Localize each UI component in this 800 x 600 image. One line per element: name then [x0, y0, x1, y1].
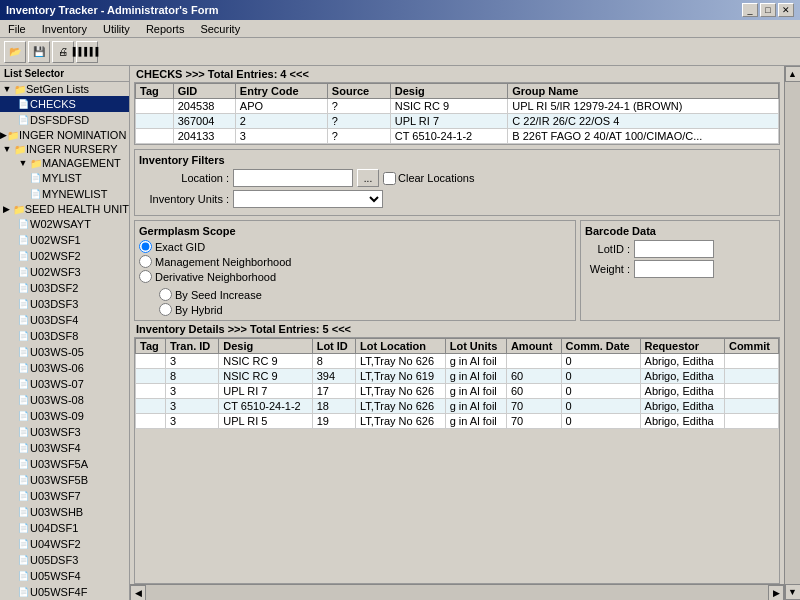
- cell-tran-id: 3: [165, 399, 218, 414]
- close-button[interactable]: ✕: [778, 3, 794, 17]
- clear-locations-label: Clear Locations: [398, 172, 474, 184]
- leaf-icon: 📄: [16, 377, 30, 391]
- detail-col-desig: Desig: [219, 339, 312, 354]
- minimize-button[interactable]: _: [742, 3, 758, 17]
- sidebar-item-u04wsf2[interactable]: 📄U04WSF2: [0, 536, 129, 552]
- sidebar-item-u03wshb[interactable]: 📄U03WSHB: [0, 504, 129, 520]
- sidebar-item-inger-nom[interactable]: ▶ 📁 INGER NOMINATION LI...: [0, 128, 129, 142]
- weight-label: Weight :: [585, 263, 630, 275]
- sidebar-item-u03wsf3[interactable]: 📄U03WSF3: [0, 424, 129, 440]
- scroll-left-button[interactable]: ◀: [130, 585, 146, 601]
- cell-commit: [724, 384, 778, 399]
- sidebar-item-u02wsf2[interactable]: 📄U02WSF2: [0, 248, 129, 264]
- sidebar-item-w02wsayt[interactable]: 📄W02WSAYT: [0, 216, 129, 232]
- leaf-icon: 📄: [16, 393, 30, 407]
- scroll-right-button[interactable]: ▶: [768, 585, 784, 601]
- menu-inventory[interactable]: Inventory: [38, 22, 91, 36]
- sidebar-item-u03ws07[interactable]: 📄U03WS-07: [0, 376, 129, 392]
- sidebar-item-u03wsf5b[interactable]: 📄U03WSF5B: [0, 472, 129, 488]
- barcode-data-box: Barcode Data LotID : Weight :: [580, 220, 780, 321]
- sidebar-item-u05dsf3[interactable]: 📄U05DSF3: [0, 552, 129, 568]
- menu-file[interactable]: File: [4, 22, 30, 36]
- sidebar-item-label: INGER NURSERY: [26, 143, 117, 155]
- scroll-down-button[interactable]: ▼: [785, 584, 801, 600]
- main-container: List Selector ▼ 📁 SetGen Lists 📄 CHECKS …: [0, 66, 800, 600]
- sidebar-item-u05wsf4[interactable]: 📄U05WSF4: [0, 568, 129, 584]
- expand-icon: ▶: [0, 204, 13, 214]
- sidebar-item-u04dsf1[interactable]: 📄U04DSF1: [0, 520, 129, 536]
- cell-amount: 70: [506, 399, 561, 414]
- sidebar-item-management[interactable]: ▼ 📁 MANAGEMENT: [0, 156, 129, 170]
- cell-group-name: C 22/IR 26/C 22/OS 4: [508, 114, 779, 129]
- print-button[interactable]: 🖨: [52, 41, 74, 63]
- cell-commit: [724, 354, 778, 369]
- table-row[interactable]: 367004 2 ? UPL RI 7 C 22/IR 26/C 22/OS 4: [136, 114, 779, 129]
- location-input[interactable]: [233, 169, 353, 187]
- management-neighborhood-radio[interactable]: [139, 255, 152, 268]
- sidebar-item-inger-nursery[interactable]: ▼ 📁 INGER NURSERY: [0, 142, 129, 156]
- open-button[interactable]: 📂: [4, 41, 26, 63]
- by-seed-increase-radio[interactable]: [159, 288, 172, 301]
- cell-desig: UPL RI 5: [219, 414, 312, 429]
- sidebar-item-u02wsf1[interactable]: 📄U02WSF1: [0, 232, 129, 248]
- folder-icon: 📁: [7, 130, 19, 141]
- save-button[interactable]: 💾: [28, 41, 50, 63]
- cell-desig: CT 6510-24-1-2: [390, 129, 508, 144]
- inventory-units-select[interactable]: [233, 190, 383, 208]
- clear-locations-checkbox[interactable]: [383, 172, 396, 185]
- location-row: Location : ... Clear Locations: [139, 169, 775, 187]
- sidebar-item-seed-health[interactable]: ▶ 📁 SEED HEALTH UNIT: [0, 202, 129, 216]
- weight-input[interactable]: [634, 260, 714, 278]
- cell-lot-id: 17: [312, 384, 355, 399]
- sidebar-item-u03wsf5a[interactable]: 📄U03WSF5A: [0, 456, 129, 472]
- v-scrollbar-track[interactable]: [785, 82, 801, 584]
- table-row[interactable]: 204133 3 ? CT 6510-24-1-2 B 226T FAGO 2 …: [136, 129, 779, 144]
- scrollbar-track[interactable]: [146, 585, 768, 601]
- barcode-button[interactable]: ▌▌▌▌▌: [76, 41, 98, 63]
- sidebar-item-mylist[interactable]: 📄 MYLIST: [0, 170, 129, 186]
- maximize-button[interactable]: □: [760, 3, 776, 17]
- scope-title: Germplasm Scope: [139, 225, 571, 237]
- cell-tag: [136, 369, 166, 384]
- menu-security[interactable]: Security: [196, 22, 244, 36]
- sidebar-item-setgen[interactable]: ▼ 📁 SetGen Lists: [0, 82, 129, 96]
- sidebar-item-label: U03WS-06: [30, 362, 84, 374]
- lot-id-input[interactable]: [634, 240, 714, 258]
- expand-icon: ▶: [0, 130, 7, 140]
- sidebar-item-u03dsf3[interactable]: 📄U03DSF3: [0, 296, 129, 312]
- scroll-up-button[interactable]: ▲: [785, 66, 801, 82]
- table-row[interactable]: 8 NSIC RC 9 394 LT,Tray No 619 g in Al f…: [136, 369, 779, 384]
- sidebar-item-u03dsf2[interactable]: 📄U03DSF2: [0, 280, 129, 296]
- table-row[interactable]: 3 NSIC RC 9 8 LT,Tray No 626 g in Al foi…: [136, 354, 779, 369]
- location-browse-button[interactable]: ...: [357, 169, 379, 187]
- sidebar-item-checks[interactable]: 📄 CHECKS: [0, 96, 129, 112]
- table-row[interactable]: 204538 APO ? NSIC RC 9 UPL RI 5/IR 12979…: [136, 99, 779, 114]
- table-row[interactable]: 3 UPL RI 5 19 LT,Tray No 626 g in Al foi…: [136, 414, 779, 429]
- sidebar-item-u03dsf4[interactable]: 📄U03DSF4: [0, 312, 129, 328]
- sidebar-item-u03dsf8[interactable]: 📄U03DSF8: [0, 328, 129, 344]
- leaf-icon: 📄: [16, 233, 30, 247]
- sidebar-item-label: U03WSF5B: [30, 474, 88, 486]
- by-hybrid-radio[interactable]: [159, 303, 172, 316]
- table-row[interactable]: 3 CT 6510-24-1-2 18 LT,Tray No 626 g in …: [136, 399, 779, 414]
- menu-reports[interactable]: Reports: [142, 22, 189, 36]
- sidebar-item-u03ws08[interactable]: 📄U03WS-08: [0, 392, 129, 408]
- sidebar-item-u02wsf3[interactable]: 📄U02WSF3: [0, 264, 129, 280]
- table-row[interactable]: 3 UPL RI 7 17 LT,Tray No 626 g in Al foi…: [136, 384, 779, 399]
- sidebar-item-u03wsf4[interactable]: 📄U03WSF4: [0, 440, 129, 456]
- sidebar-item-label: U02WSF2: [30, 250, 81, 262]
- sidebar-item-u03ws09[interactable]: 📄U03WS-09: [0, 408, 129, 424]
- sidebar-item-mynewlist[interactable]: 📄 MYNEWLIST: [0, 186, 129, 202]
- cell-lot-id: 394: [312, 369, 355, 384]
- sidebar-item-dsfsdfsd[interactable]: 📄 DSFSDFSD: [0, 112, 129, 128]
- exact-gid-radio[interactable]: [139, 240, 152, 253]
- leaf-icon: 📄: [16, 345, 30, 359]
- leaf-icon: 📄: [16, 217, 30, 231]
- sidebar-item-u05wsf4f[interactable]: 📄U05WSF4F: [0, 584, 129, 600]
- sidebar-item-label: U03DSF4: [30, 314, 78, 326]
- menu-utility[interactable]: Utility: [99, 22, 134, 36]
- derivative-neighborhood-radio[interactable]: [139, 270, 152, 283]
- sidebar-item-u03wsf7[interactable]: 📄U03WSF7: [0, 488, 129, 504]
- sidebar-item-u03ws06[interactable]: 📄U03WS-06: [0, 360, 129, 376]
- sidebar-item-u03ws05[interactable]: 📄U03WS-05: [0, 344, 129, 360]
